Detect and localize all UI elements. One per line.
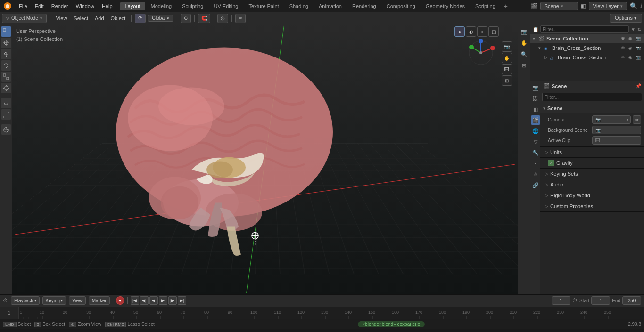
tab-scripting[interactable]: Scripting: [471, 2, 500, 10]
jump-end-btn[interactable]: ▶|: [178, 296, 186, 305]
prev-keyframe-btn[interactable]: ◀|: [140, 296, 149, 305]
scene-dropdown[interactable]: Scene▾: [540, 2, 578, 10]
hand-icon[interactable]: ✋: [502, 53, 512, 63]
background-scene-value[interactable]: 📷: [592, 126, 641, 134]
proportional-btn[interactable]: ◎: [217, 14, 228, 23]
menu-window[interactable]: Window: [72, 2, 98, 10]
timeline-ruler[interactable]: 1 1 10 20 30 40 50: [0, 307, 644, 319]
mesh-hide-btn[interactable]: 👁: [619, 54, 626, 61]
options-button[interactable]: Options ▾: [610, 14, 642, 23]
search-icon[interactable]: 🔍: [630, 2, 637, 9]
select-menu[interactable]: Select: [71, 15, 91, 22]
measure-tool-btn[interactable]: [1, 109, 11, 120]
tab-layout[interactable]: Layout: [120, 2, 145, 10]
annotate-btn[interactable]: ✏: [235, 14, 246, 23]
outliner-filter-icon[interactable]: ▼: [631, 27, 636, 32]
jump-start-btn[interactable]: |◀: [131, 296, 139, 305]
viewport-gizmo[interactable]: X Y Z: [467, 39, 495, 67]
end-frame-input[interactable]: [622, 296, 641, 305]
rigid-body-header[interactable]: ▷ Rigid Body World: [540, 190, 644, 201]
tab-compositing[interactable]: Compositing: [382, 2, 420, 10]
snapping-btn[interactable]: 🧲: [198, 14, 210, 23]
rotate-tool-btn[interactable]: [1, 60, 11, 71]
audio-header[interactable]: ▷ Audio: [540, 179, 644, 190]
menu-file[interactable]: File: [15, 2, 31, 10]
modifier-props-icon[interactable]: 🔧: [531, 148, 540, 157]
start-frame-input[interactable]: [591, 296, 610, 305]
annotate-tool-btn[interactable]: [1, 98, 11, 108]
object-mode-selector[interactable]: ▽ Object Mode ▾: [2, 14, 47, 23]
tab-sculpting[interactable]: Sculpting: [177, 2, 208, 10]
object-props-icon[interactable]: ▽: [531, 137, 540, 146]
outliner-hide-btn[interactable]: 👁: [619, 35, 626, 42]
keying-sets-header[interactable]: ▷ Keying Sets: [540, 169, 644, 179]
mesh-select-btn[interactable]: ◉: [627, 54, 634, 61]
play-btn[interactable]: ▶: [159, 296, 167, 305]
pivot-btn[interactable]: ⊙: [181, 14, 191, 23]
tab-animation[interactable]: Animation: [314, 2, 347, 10]
constraints-props-icon[interactable]: 🔗: [531, 180, 540, 190]
ruler-track[interactable]: 1 10 20 30 40 50 60 70 80 90 1: [19, 307, 644, 319]
cursor-tool-btn[interactable]: [1, 38, 11, 48]
tab-shading[interactable]: Shading: [285, 2, 313, 10]
menu-edit[interactable]: Edit: [31, 2, 48, 10]
camera-picker-btn[interactable]: ✏: [633, 115, 641, 124]
view-menu[interactable]: View: [54, 15, 70, 22]
zoom-btn[interactable]: 🔍: [519, 49, 529, 59]
add-workspace-button[interactable]: +: [501, 1, 511, 11]
scene-props-icon[interactable]: 🎬: [531, 115, 540, 125]
outliner-search[interactable]: [540, 25, 629, 33]
grid-icon[interactable]: ⊞: [502, 75, 512, 86]
marker-btn[interactable]: Marker: [89, 296, 110, 305]
next-keyframe-btn[interactable]: |▶: [168, 296, 177, 305]
physics-props-icon[interactable]: ⚛: [531, 170, 540, 179]
gravity-checkbox[interactable]: ✓: [548, 160, 554, 166]
custom-props-header[interactable]: ▷ Custom Properties: [540, 201, 644, 211]
outliner-sort-icon[interactable]: ⇅: [637, 27, 641, 32]
world-props-icon[interactable]: 🌐: [531, 126, 540, 136]
scene-collection-row[interactable]: ▾ 🎬 Scene Collection 👁 ◉ 📷: [530, 34, 644, 43]
camera-icon-btn[interactable]: 📷: [519, 26, 529, 37]
units-section-header[interactable]: ▷ Units: [540, 147, 644, 157]
view-btn[interactable]: View: [69, 296, 86, 305]
props-search-input[interactable]: [542, 93, 642, 101]
perspective-btn[interactable]: ⊞: [519, 60, 529, 71]
outliner-render-btn[interactable]: 📷: [635, 35, 641, 42]
coll-select-btn[interactable]: ◉: [627, 45, 634, 51]
select-tool-btn[interactable]: [1, 26, 11, 37]
tab-rendering[interactable]: Rendering: [347, 2, 381, 10]
active-clip-value[interactable]: 🎞: [592, 136, 641, 145]
add-menu[interactable]: Add: [92, 15, 107, 22]
scene-section-header[interactable]: ▾ Scene: [540, 103, 644, 113]
transform-tool-btn[interactable]: [1, 83, 11, 93]
move-tool-btn[interactable]: [1, 49, 11, 59]
coll-render-btn[interactable]: 📷: [635, 45, 641, 51]
current-frame-input[interactable]: [552, 296, 570, 305]
tab-modeling[interactable]: Modeling: [146, 2, 177, 10]
playback-btn[interactable]: Playback▾: [11, 296, 40, 305]
menu-render[interactable]: Render: [48, 2, 72, 10]
play-reverse-btn[interactable]: ◀: [149, 296, 158, 305]
scale-tool-btn[interactable]: [1, 72, 11, 82]
object-menu[interactable]: Object: [108, 15, 128, 22]
wireframe-shading-btn[interactable]: ◫: [488, 26, 499, 37]
add-cube-btn[interactable]: [1, 124, 11, 135]
viewport[interactable]: User Perspective (1) Scene Collection 📷 …: [12, 24, 518, 294]
transform-global-dropdown[interactable]: Global▾: [148, 15, 173, 22]
view-layer-props-icon[interactable]: ◧: [531, 105, 540, 114]
solid-shading-btn[interactable]: ●: [454, 26, 465, 37]
particles-props-icon[interactable]: ·: [531, 159, 540, 168]
transform-btn[interactable]: ⟳: [135, 14, 146, 23]
output-props-icon[interactable]: 🖼: [531, 94, 540, 103]
camera-icon[interactable]: 📷: [502, 41, 512, 52]
record-btn[interactable]: ●: [116, 296, 124, 305]
material-shading-btn[interactable]: ◐: [466, 26, 476, 37]
coll-hide-btn[interactable]: 👁: [619, 45, 626, 51]
menu-help[interactable]: Help: [98, 2, 116, 10]
camera-value[interactable]: 📷: [592, 115, 631, 124]
hand-nav-btn[interactable]: ✋: [519, 38, 529, 48]
brain-mesh-row[interactable]: ▷ △ Brain_Cross_Section 👁 ◉ 📷: [530, 53, 644, 62]
mesh-render-btn[interactable]: 📷: [635, 54, 641, 61]
viewlayer-dropdown[interactable]: View Layer▾: [589, 2, 627, 10]
brain-collection-row[interactable]: ▾ ■ Brain_Cross_Section 👁 ◉ 📷: [530, 43, 644, 53]
